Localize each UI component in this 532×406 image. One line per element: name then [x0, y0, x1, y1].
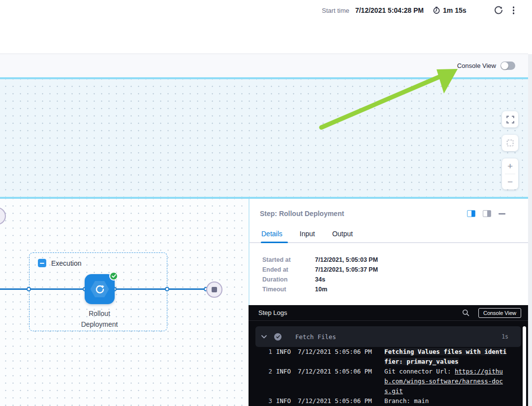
chevron-down-icon[interactable]	[261, 335, 267, 339]
tab-output[interactable]: Output	[332, 230, 353, 242]
canvas-fit-selection-button[interactable]	[502, 135, 518, 151]
active-tab-underline	[261, 242, 288, 243]
step-details-panel: Step: Rollout Deployment Details Input O…	[249, 199, 528, 406]
step-logs-title: Step Logs	[258, 309, 462, 316]
fit-selection-icon	[507, 140, 513, 146]
zoom-out-button[interactable]: −	[502, 174, 518, 189]
toggle-knob	[501, 62, 508, 69]
section-name: Fetch Files	[295, 333, 336, 341]
step-logs-panel: Step Logs Console View Fetch Files 1s 1 …	[249, 305, 529, 406]
detail-row: Started at 7/12/2021, 5:05:03 PM	[262, 255, 378, 265]
section-success-icon	[274, 333, 282, 341]
console-view-toggle[interactable]	[501, 62, 515, 70]
duration-value: 1m 15s	[443, 6, 466, 14]
connection-point	[27, 287, 31, 291]
logs-console-view-button[interactable]: Console View	[478, 308, 521, 318]
offscreen-node	[0, 207, 6, 225]
search-icon	[462, 309, 469, 316]
start-time-value: 7/12/2021 5:04:28 PM	[355, 6, 424, 14]
panel-tabs: Details Input Output	[261, 230, 353, 242]
canvas-fullscreen-button[interactable]	[502, 111, 518, 127]
logs-scrollbar[interactable]	[523, 326, 526, 406]
execution-header: Start time 7/12/2021 5:04:28 PM 1m 15s	[0, 0, 528, 54]
fullscreen-icon	[506, 116, 514, 124]
execution-group-label: Execution	[51, 259, 81, 267]
canvas-zoom-controls: + −	[502, 158, 518, 189]
tab-track	[250, 242, 528, 243]
view-toolbar: Console View	[0, 55, 528, 77]
stop-node[interactable]	[206, 281, 222, 298]
log-line: 3 INFO 7/12/2021 5:05:06 PM Branch: main	[263, 396, 529, 406]
step-graph-canvas[interactable]: Execution Rollout Deployment	[0, 199, 249, 406]
minimize-panel-button[interactable]	[499, 213, 505, 215]
tab-input[interactable]: Input	[299, 230, 315, 242]
zoom-in-button[interactable]: +	[502, 158, 518, 174]
clock-icon	[433, 6, 440, 14]
highlighted-log-text: Fetching Values files with identifier: p…	[384, 348, 506, 365]
log-line: 2 INFO 7/12/2021 5:05:06 PM Git connecto…	[263, 367, 529, 396]
node-label: Rollout Deployment	[55, 308, 144, 330]
detail-row: Timeout 10m	[262, 284, 378, 294]
detail-row: Ended at 7/12/2021, 5:05:37 PM	[262, 265, 378, 275]
log-search-button[interactable]	[462, 309, 469, 316]
detail-row: Duration 34s	[262, 275, 378, 284]
page-scrollbar-track[interactable]	[528, 54, 532, 406]
log-section-fetch-files[interactable]: Fetch Files 1s	[255, 326, 521, 347]
split-view-right-icon[interactable]	[467, 210, 475, 217]
connection-point	[165, 287, 169, 291]
refresh-button[interactable]	[494, 6, 503, 15]
more-options-button[interactable]	[513, 6, 515, 14]
section-duration: 1s	[501, 333, 508, 340]
split-view-bottom-icon[interactable]	[483, 210, 491, 217]
console-view-label: Console View	[457, 62, 496, 69]
success-check-icon	[109, 272, 118, 281]
panel-title: Step: Rollout Deployment	[260, 210, 344, 218]
collapse-group-button[interactable]	[38, 259, 46, 267]
node-hexagon	[91, 281, 109, 297]
start-time-label: Start time	[322, 7, 349, 14]
pipeline-canvas-upper[interactable]: + −	[0, 79, 528, 197]
log-line: 1 INFO 7/12/2021 5:05:06 PM Fetching Val…	[263, 347, 529, 367]
tab-details[interactable]: Details	[261, 230, 283, 242]
details-table: Started at 7/12/2021, 5:05:03 PM Ended a…	[262, 255, 378, 294]
log-lines: 1 INFO 7/12/2021 5:05:06 PM Fetching Val…	[249, 347, 529, 406]
stop-icon	[212, 287, 217, 292]
